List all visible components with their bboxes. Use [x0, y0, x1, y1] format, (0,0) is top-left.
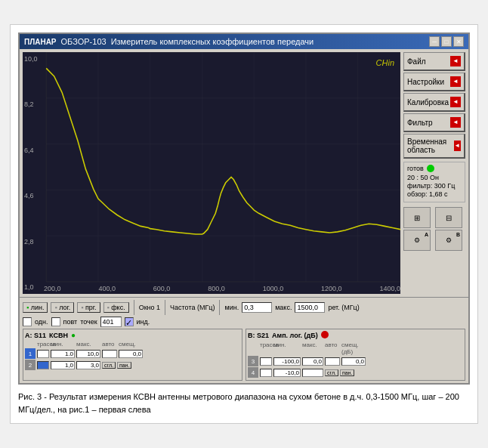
trace-a2-btns: сгл. пан.	[102, 362, 131, 369]
trace-b4-num[interactable]: 4	[248, 367, 258, 378]
y-label-1: 8,2	[24, 100, 38, 108]
channel-a-header: A: S11 КСВН ●	[25, 331, 240, 339]
data-section: A: S11 КСВН ● трасса мин. макс. авто сме…	[23, 329, 465, 381]
x-label-2: 600,0	[153, 285, 171, 292]
ind-checkbox[interactable]: ✓	[125, 317, 134, 326]
calibration-label: Калибровка	[407, 98, 449, 107]
trace-a1-row: 1	[25, 348, 240, 359]
lin-button[interactable]: ▪ лин.	[23, 302, 48, 313]
povt-label: повт	[63, 318, 78, 326]
chart-svg	[23, 52, 400, 294]
file-label: Файл	[407, 57, 426, 66]
channel-b-subtitle: Амп. лог. (дБ)	[272, 332, 318, 339]
sgl-b-button[interactable]: сгл.	[325, 369, 338, 376]
trace-b3-row: 3	[248, 356, 463, 366]
max-input[interactable]	[295, 302, 325, 313]
time-domain-label: Временная область	[407, 137, 454, 154]
trace-b3-num[interactable]: 3	[248, 356, 258, 366]
trace-a2-trassa[interactable]	[37, 361, 49, 369]
review-row: обзор: 1,68 с	[407, 190, 462, 198]
separator-1	[134, 300, 134, 315]
channel-a-indicator: ●	[71, 331, 76, 339]
trace-b3-max[interactable]	[302, 357, 323, 366]
trace-a2-max[interactable]	[76, 361, 100, 369]
side-panel: Файл ◄ Настройки ◄ Калибровка ◄ Фильтр ◄…	[400, 49, 468, 297]
trace-b4-min[interactable]	[273, 369, 301, 377]
trace-a2-num[interactable]: 2	[25, 360, 36, 370]
settings-button[interactable]: Настройки ◄	[403, 73, 465, 91]
trace-a1-avto[interactable]	[102, 350, 117, 358]
chin-label: CHin	[376, 58, 394, 67]
status-panel: готов 20 : 50 Он фильтр: 300 Гц обзор: 1…	[403, 162, 465, 202]
points-input[interactable]	[100, 317, 122, 327]
grid-icon-1[interactable]: ⊞	[403, 207, 431, 228]
trace-b3-smesh[interactable]	[341, 357, 366, 366]
tochek-label: точек	[80, 318, 97, 326]
ret-label: рет. (МГц)	[328, 304, 359, 311]
sgl-button[interactable]: сгл.	[102, 362, 116, 369]
calibration-button[interactable]: Калибровка ◄	[403, 93, 465, 112]
chart-area: 10,0 8,2 6,4 4,6 2,8 1,0 200,0 400,0 600…	[23, 52, 400, 294]
grid-icon-3[interactable]: A ⚙	[403, 230, 431, 251]
trace-b4-max[interactable]	[302, 369, 323, 377]
x-label-0: 200,0	[44, 285, 61, 292]
pan-button[interactable]: пан.	[117, 362, 132, 369]
trace-a1-trassa[interactable]	[37, 350, 49, 358]
trace-a1-max[interactable]	[76, 350, 100, 358]
trace-a2-min[interactable]	[51, 361, 75, 369]
min-input[interactable]	[242, 302, 272, 313]
title-bar-controls[interactable]: ─ □ ✕	[429, 36, 464, 47]
app-logo: ПЛАНАР	[24, 38, 57, 46]
file-arrow-icon: ◄	[450, 56, 461, 66]
caption-text: Рис. 3 - Результат измерения КСВН антенн…	[18, 391, 470, 416]
icon-grid: ⊞ ⊟ A ⚙ B ⚙	[403, 207, 465, 251]
channel-b-block: B: S21 Амп. лог. (дБ) трасса мин. макс. …	[246, 329, 465, 381]
ctrl-row2: одн. повт точек ✓ инд.	[23, 317, 465, 327]
file-button[interactable]: Файл ◄	[403, 52, 465, 71]
prg-button[interactable]: ▪ прг.	[77, 302, 100, 313]
close-button[interactable]: ✕	[453, 36, 464, 47]
trace-a2-row: 2 сгл. пан.	[25, 360, 240, 370]
channel-b-col-headers: трасса мин. макс. авто смещ. (дБ)	[248, 341, 463, 355]
power-row: 20 : 50 Он	[407, 174, 462, 181]
trace-b3-trassa[interactable]	[260, 357, 272, 366]
bottom-controls: ▪ лин. ▪ лог. ▪ прг. ▪ фкс. Окно 1 Часто…	[20, 297, 468, 383]
outer-container: ПЛАНАР ОБЗОР-103 Измеритель комплексных …	[10, 24, 478, 424]
trace-a1-num[interactable]: 1	[25, 348, 36, 359]
povt-checkbox[interactable]	[51, 317, 60, 326]
trace-b3-avto[interactable]	[325, 357, 340, 366]
trace-a1-min[interactable]	[51, 350, 75, 358]
x-label-4: 1000,0	[263, 285, 284, 292]
log-button[interactable]: ▪ лог.	[51, 302, 74, 313]
separator-3	[219, 300, 220, 315]
channel-a-subtitle: КСВН	[49, 332, 68, 339]
app-window: ПЛАНАР ОБЗОР-103 Измеритель комплексных …	[18, 32, 470, 385]
odn-label: одн.	[35, 318, 48, 326]
filter-row: фильтр: 300 Гц	[407, 182, 462, 190]
channel-a-block: A: S11 КСВН ● трасса мин. макс. авто сме…	[23, 329, 242, 381]
channel-b-title: B: S21	[248, 332, 269, 339]
grid-icon-4[interactable]: B ⚙	[435, 230, 462, 251]
title-bar-left: ПЛАНАР ОБЗОР-103 Измеритель комплексных …	[24, 37, 313, 46]
x-label-5: 1200,0	[321, 285, 342, 292]
grid-icon-2[interactable]: ⊟	[435, 207, 462, 228]
x-label-6: 1400,0	[379, 285, 400, 292]
channel-a-col-headers: трасса мин. макс. авто смещ.	[25, 341, 240, 348]
minimize-button[interactable]: ─	[429, 36, 440, 47]
calibration-arrow-icon: ◄	[450, 97, 461, 107]
maximize-button[interactable]: □	[441, 36, 452, 47]
trace-a1-smesh[interactable]	[119, 350, 143, 358]
time-domain-button[interactable]: Временная область ◄	[403, 134, 465, 159]
pan-b-button[interactable]: пан.	[340, 369, 355, 376]
trace-b4-trassa[interactable]	[260, 369, 272, 377]
odn-checkbox[interactable]	[23, 317, 32, 326]
ready-indicator	[427, 165, 434, 172]
max-label: макс.	[275, 304, 292, 311]
channel-a-title: A: S11	[25, 332, 46, 339]
filter-button[interactable]: Фильтр ◄	[403, 113, 465, 132]
channel-b-header: B: S21 Амп. лог. (дБ)	[248, 331, 463, 340]
app-model: ОБЗОР-103	[61, 37, 107, 46]
time-domain-arrow-icon: ◄	[454, 141, 461, 151]
trace-b3-min[interactable]	[273, 357, 301, 366]
fks-button[interactable]: ▪ фкс.	[103, 302, 129, 313]
